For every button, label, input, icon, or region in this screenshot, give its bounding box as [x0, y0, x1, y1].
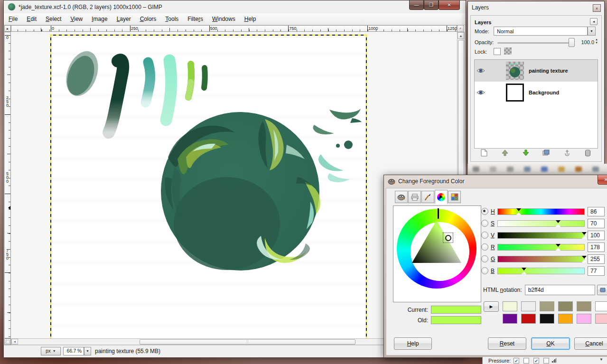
channel-radio-r[interactable] — [481, 243, 488, 251]
sv-triangle[interactable] — [397, 209, 476, 289]
channel-radio-s[interactable] — [481, 220, 488, 227]
zoom-follow-window-button[interactable]: ⌕ — [457, 25, 464, 32]
palette-selector-tab[interactable] — [448, 191, 461, 203]
maximize-icon[interactable]: ❐ — [424, 0, 439, 10]
channel-slider-r[interactable] — [497, 244, 585, 251]
canvas[interactable] — [50, 35, 367, 338]
cmyk-selector-tab[interactable] — [408, 191, 421, 203]
sv-selection-marker[interactable] — [443, 233, 453, 243]
lower-layer-button[interactable] — [520, 148, 532, 158]
channel-value-r[interactable]: 178 — [588, 243, 605, 252]
anchor-layer-button[interactable] — [561, 148, 573, 158]
history-swatch[interactable] — [595, 314, 607, 324]
history-swatch[interactable] — [503, 301, 517, 311]
channel-radio-v[interactable] — [481, 232, 488, 239]
image-menu-button[interactable]: ▸ — [4, 25, 11, 32]
minimize-icon[interactable]: — — [409, 0, 424, 10]
wheel-selector-tab[interactable] — [435, 190, 448, 204]
ok-button[interactable]: OK — [531, 337, 570, 350]
scroll-down-icon[interactable]: ▼ — [599, 357, 603, 362]
zoom-entry[interactable]: 66.7 % — [63, 347, 84, 355]
menu-windows[interactable]: Windows — [212, 16, 235, 22]
lock-alpha-icon[interactable] — [504, 47, 512, 55]
history-swatch[interactable] — [577, 301, 591, 311]
close-icon[interactable]: x — [593, 4, 601, 12]
history-swatch[interactable] — [595, 301, 607, 311]
history-swatch[interactable] — [540, 314, 554, 324]
spin-up-icon[interactable]: ▲ — [595, 38, 598, 41]
scroll-up-icon[interactable]: ▲ — [458, 32, 464, 39]
panel-menu-button[interactable]: ◄ — [590, 18, 598, 25]
channel-value-s[interactable]: 70 — [588, 219, 605, 228]
close-icon[interactable]: ✕ — [439, 0, 460, 10]
menu-tools[interactable]: Tools — [165, 16, 178, 22]
visibility-eye-icon[interactable] — [475, 90, 487, 95]
menu-help[interactable]: Help — [244, 16, 256, 22]
channel-radio-h[interactable] — [481, 208, 488, 215]
menu-filters[interactable]: Filters — [187, 16, 203, 22]
cancel-button[interactable]: Cancel — [574, 337, 607, 350]
menu-colors[interactable]: Colors — [140, 16, 157, 22]
unit-combo[interactable]: px ▼ — [41, 347, 61, 355]
mode-select[interactable]: Normal — [494, 27, 588, 36]
history-swatch[interactable] — [521, 314, 536, 324]
horizontal-scroll-thumb[interactable]: ⫶⫶ — [140, 339, 355, 345]
channel-slider-g[interactable] — [497, 256, 585, 262]
menu-edit[interactable]: Edit — [27, 16, 37, 22]
reset-button[interactable]: Reset — [488, 337, 526, 350]
pressure-checkbox[interactable] — [523, 358, 529, 364]
channel-value-v[interactable]: 100 — [588, 231, 605, 240]
menu-select[interactable]: Select — [46, 16, 61, 22]
channel-slider-v[interactable] — [497, 232, 585, 239]
menu-view[interactable]: View — [70, 16, 83, 22]
pressure-checkbox[interactable]: ✔ — [533, 358, 539, 364]
close-icon[interactable]: ✕ — [598, 175, 607, 185]
menu-file[interactable]: File — [9, 16, 18, 22]
delete-layer-button[interactable] — [582, 148, 594, 158]
history-swatch[interactable] — [558, 314, 573, 324]
visibility-eye-icon[interactable] — [475, 68, 487, 74]
gimp-selector-tab[interactable] — [395, 191, 408, 203]
raise-layer-button[interactable] — [499, 148, 511, 158]
layer-row[interactable]: Background — [475, 82, 598, 103]
channel-value-b[interactable]: 77 — [588, 266, 605, 276]
lock-pixels-checkbox[interactable] — [494, 48, 501, 55]
scroll-left-icon[interactable]: ◂ — [11, 339, 18, 345]
channel-radio-g[interactable] — [481, 255, 488, 262]
help-button[interactable]: Help — [394, 337, 432, 350]
pressure-checkbox[interactable] — [543, 358, 549, 364]
opacity-slider-handle[interactable] — [569, 38, 575, 47]
history-swatch[interactable] — [577, 314, 591, 324]
new-layer-button[interactable] — [478, 148, 490, 158]
channel-slider-h[interactable] — [497, 208, 585, 215]
pressure-checkbox[interactable]: ✔ — [514, 358, 519, 364]
spin-down-icon[interactable]: ▼ — [595, 41, 598, 44]
html-notation-input[interactable]: b2ff4d — [525, 285, 595, 295]
channel-slider-b[interactable] — [497, 268, 585, 274]
mode-dropdown-icon[interactable]: ▼ — [588, 27, 596, 36]
channel-value-h[interactable]: 86 — [588, 207, 605, 216]
channel-radio-b[interactable] — [481, 267, 488, 274]
main-titlebar[interactable]: *jade_texture.xcf-1.0 (RGB, 2 layers) 10… — [4, 0, 466, 13]
history-swatch[interactable] — [521, 301, 536, 311]
horizontal-ruler[interactable]: 025050075010001250 — [11, 25, 457, 32]
layers-titlebar[interactable]: Layers — [468, 1, 604, 14]
history-swatch[interactable] — [540, 301, 554, 311]
history-swatch[interactable] — [558, 301, 573, 311]
opacity-value[interactable]: 100.0 — [578, 39, 594, 45]
channel-slider-s[interactable] — [497, 220, 585, 227]
watercolor-selector-tab[interactable] — [421, 191, 434, 203]
opacity-slider[interactable] — [497, 42, 572, 44]
duplicate-layer-button[interactable] — [540, 148, 552, 158]
dialog-titlebar[interactable]: Change Foreground Color — [384, 175, 607, 187]
pick-color-button[interactable] — [597, 285, 607, 295]
channel-value-g[interactable]: 255 — [588, 254, 605, 264]
zoom-dropdown-button[interactable]: ▼ — [84, 347, 91, 355]
quickmask-toggle[interactable] — [4, 338, 11, 345]
menu-layer[interactable]: Layer — [117, 16, 131, 22]
layer-thumbnail[interactable] — [506, 62, 524, 80]
layer-row[interactable]: painting texture — [475, 60, 598, 82]
opacity-spinner[interactable]: ▲ ▼ — [595, 38, 598, 44]
menu-image[interactable]: Image — [92, 16, 107, 22]
history-next-button[interactable]: ▶ — [484, 301, 499, 312]
